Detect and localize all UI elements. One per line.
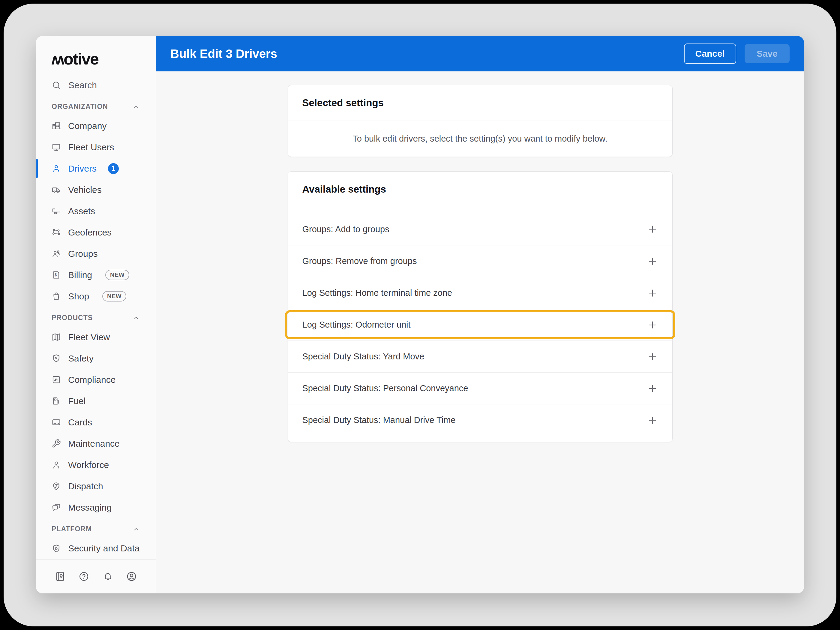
sidebar-item-groups[interactable]: Groups [36,243,156,264]
sidebar-item-maintenance[interactable]: Maintenance [36,433,156,454]
content-area: Selected settings To bulk edit drivers, … [156,71,804,594]
truck-icon [52,185,61,194]
empty-state-message: To bulk edit drivers, select the setting… [352,134,607,144]
shield-lock-icon [52,544,61,553]
notifications-button[interactable] [102,571,114,582]
add-setting-button[interactable] [647,288,658,298]
sidebar-item-label: Company [68,121,106,131]
new-badge: NEW [102,291,126,302]
setting-row-groups-remove[interactable]: Groups: Remove from groups [288,245,672,277]
plus-icon [647,288,658,298]
add-setting-button[interactable] [647,383,658,394]
sidebar-item-billing[interactable]: $ Billing NEW [36,264,156,286]
section-header-organization[interactable]: ORGANIZATION [36,98,156,115]
sidebar-item-shop[interactable]: Shop NEW [36,286,156,307]
svg-text:$: $ [55,272,57,277]
chat-bubbles-icon [52,503,61,512]
add-setting-button[interactable] [647,415,658,426]
save-button[interactable]: Save [745,44,789,63]
chevron-up-icon [132,314,140,322]
geofence-polygon-icon [52,228,61,237]
plus-icon [647,319,658,330]
sidebar-item-workforce[interactable]: Workforce [36,454,156,475]
sidebar-item-label: Security and Data [68,543,139,554]
sidebar-item-label: Cards [68,417,92,428]
sidebar-item-label: Geofences [68,227,112,238]
sidebar-item-safety[interactable]: Safety [36,348,156,369]
section-header-platform[interactable]: PLATFORM [36,521,156,538]
main-area: Bulk Edit 3 Drivers Cancel Save Selected… [156,36,804,594]
new-badge: NEW [105,270,129,280]
sidebar-item-label: Dispatch [68,481,103,491]
sidebar-item-label: Vehicles [68,185,102,195]
sidebar-item-assets[interactable]: Assets [36,201,156,222]
trailer-icon [52,207,61,216]
setting-row-label: Special Duty Status: Personal Conveyance [302,384,468,393]
help-button[interactable] [78,571,89,582]
sidebar-item-label: Shop [68,291,89,302]
sidebar-item-messaging[interactable]: Messaging [36,497,156,518]
map-icon [52,332,61,342]
sidebar-item-label: Fleet Users [68,142,114,152]
sidebar-item-label: Fuel [68,396,85,406]
sidebar-item-security-and-data[interactable]: Security and Data [36,538,156,559]
shield-icon [52,354,61,363]
sidebar-item-fleet-view[interactable]: Fleet View [36,327,156,348]
sidebar-item-drivers[interactable]: Drivers 1 [36,158,156,179]
setting-row-home-terminal-time-zone[interactable]: Log Settings: Home terminal time zone [288,277,672,309]
available-settings-title: Available settings [302,183,386,195]
topbar: Bulk Edit 3 Drivers Cancel Save [156,36,804,71]
add-setting-button[interactable] [647,224,658,235]
plus-icon [647,351,658,362]
section-label: ORGANIZATION [52,103,108,111]
sidebar-item-fuel[interactable]: Fuel [36,390,156,412]
sidebar-item-label: Billing [68,270,92,280]
sidebar-item-label: Maintenance [68,439,120,449]
billing-invoice-icon: $ [52,270,61,279]
add-setting-button[interactable] [647,256,658,267]
sidebar-item-geofences[interactable]: Geofences [36,222,156,243]
cancel-button[interactable]: Cancel [684,44,736,64]
sidebar-item-label: Drivers [68,164,96,174]
section-header-products[interactable]: PRODUCTS [36,309,156,327]
setting-row-label: Groups: Remove from groups [302,256,417,266]
logbook-map-button[interactable] [55,571,66,582]
app-window: ʍotive Search ORGANIZATION Company Fleet… [36,36,804,594]
setting-row-label: Log Settings: Home terminal time zone [302,288,452,298]
wrench-icon [52,439,61,448]
account-button[interactable] [126,571,137,582]
sidebar-item-cards[interactable]: Cards [36,412,156,433]
plus-icon [647,256,658,267]
setting-row-odometer-unit[interactable]: Log Settings: Odometer unit [288,309,672,341]
section-label: PLATFORM [52,525,92,533]
sidebar-search[interactable]: Search [36,74,156,96]
setting-row-yard-move[interactable]: Special Duty Status: Yard Move [288,341,672,372]
add-setting-button[interactable] [647,319,658,330]
setting-row-groups-add[interactable]: Groups: Add to groups [288,213,672,245]
help-icon [78,571,89,582]
chevron-up-icon [132,103,140,111]
selected-settings-header: Selected settings [288,85,672,121]
bell-icon [102,571,114,582]
setting-row-personal-conveyance[interactable]: Special Duty Status: Personal Conveyance [288,372,672,404]
shopping-bag-icon [52,292,61,301]
account-icon [126,571,137,582]
sidebar-item-fleet-users[interactable]: Fleet Users [36,136,156,158]
monitor-icon [52,142,61,152]
section-label: PRODUCTS [52,314,93,322]
search-label: Search [68,80,97,90]
selected-settings-card: Selected settings To bulk edit drivers, … [288,85,673,157]
sidebar-item-dispatch[interactable]: Dispatch [36,475,156,497]
add-setting-button[interactable] [647,351,658,362]
setting-row-manual-drive-time[interactable]: Special Duty Status: Manual Drive Time [288,404,672,436]
sidebar-item-label: Fleet View [68,332,110,342]
sidebar-item-company[interactable]: Company [36,115,156,136]
sidebar-item-vehicles[interactable]: Vehicles [36,179,156,201]
logbook-map-icon [55,571,66,582]
available-settings-list: Groups: Add to groups Groups: Remove fro… [288,207,672,442]
compliance-chart-icon [52,375,61,384]
page-title: Bulk Edit 3 Drivers [171,47,684,61]
sidebar-item-compliance[interactable]: Compliance [36,369,156,390]
groups-people-icon [52,249,61,258]
sidebar-item-label: Groups [68,249,98,259]
